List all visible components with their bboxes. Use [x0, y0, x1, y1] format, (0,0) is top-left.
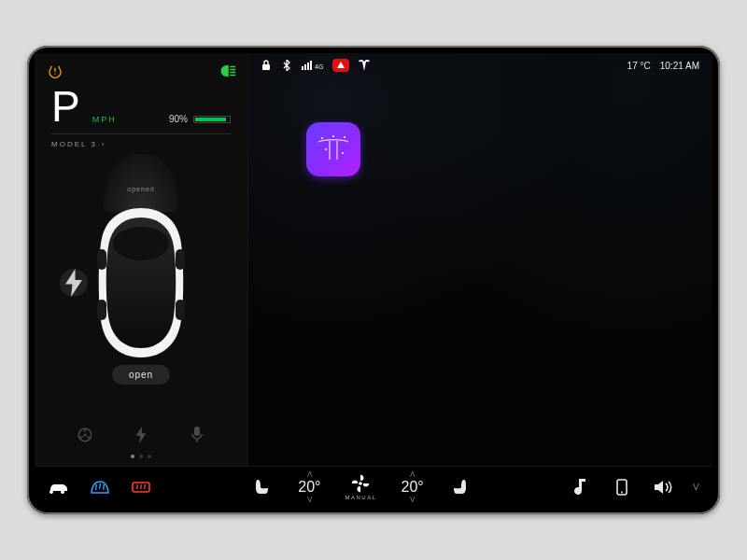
- defrost-rear-icon[interactable]: [130, 476, 152, 498]
- bottom-dock: ᐱ 20° ᐯ MANUAL ᐱ 20° ᐯ: [35, 466, 712, 507]
- svg-point-15: [344, 136, 345, 137]
- app-launcher-tile[interactable]: [306, 122, 360, 176]
- music-icon[interactable]: [570, 476, 592, 498]
- map-background[interactable]: [248, 53, 712, 466]
- model-label: MODEL 3: [51, 140, 97, 148]
- charge-port-button[interactable]: [60, 269, 88, 297]
- defrost-front-icon[interactable]: [89, 476, 111, 498]
- svg-point-20: [359, 482, 363, 485]
- chevron-right-icon: ›: [102, 140, 106, 148]
- fan-icon: [350, 473, 371, 494]
- fan-control[interactable]: MANUAL: [345, 473, 376, 500]
- svg-point-12: [84, 434, 87, 437]
- charging-icon[interactable]: [129, 423, 153, 447]
- chevron-down-icon[interactable]: ᐯ: [307, 496, 312, 504]
- tesla-logo-icon[interactable]: [359, 60, 370, 71]
- svg-point-22: [621, 491, 623, 493]
- svg-point-16: [325, 148, 326, 149]
- model-selector[interactable]: MODEL 3 ›: [51, 133, 231, 148]
- svg-point-18: [332, 135, 333, 136]
- tire-pressure-warning-icon: [48, 63, 63, 78]
- fan-mode-label: MANUAL: [345, 495, 376, 500]
- speed-unit-label: MPH: [92, 115, 117, 124]
- outside-temperature: 17 °C: [627, 61, 651, 71]
- chevron-down-icon[interactable]: ᐯ: [693, 482, 699, 492]
- phone-icon[interactable]: [611, 476, 633, 498]
- vehicle-touchscreen: 4G 17 °C 10:21 AM P MPH 90%: [27, 46, 720, 514]
- lock-icon[interactable]: [261, 60, 272, 71]
- chevron-down-icon[interactable]: ᐯ: [410, 496, 415, 504]
- svg-rect-7: [97, 249, 106, 270]
- top-left-indicator-strip: [48, 61, 236, 81]
- main-content-area[interactable]: [247, 53, 712, 466]
- gear-indicator: P: [51, 85, 79, 128]
- svg-rect-10: [176, 300, 185, 320]
- svg-rect-13: [194, 427, 200, 436]
- headlights-icon: [219, 64, 236, 77]
- chevron-up-icon[interactable]: ᐱ: [307, 470, 312, 479]
- volume-icon[interactable]: [652, 476, 674, 498]
- svg-point-17: [342, 152, 343, 153]
- seat-heater-left-icon[interactable]: [251, 476, 274, 498]
- car-body-graphic[interactable]: [92, 206, 190, 359]
- svg-point-0: [54, 73, 55, 74]
- svg-rect-9: [97, 300, 106, 320]
- hood-status-label: opened: [104, 186, 178, 192]
- car-controls-icon[interactable]: [48, 476, 70, 498]
- svg-point-14: [321, 137, 322, 138]
- temp-right-value: 20°: [402, 479, 424, 496]
- svg-rect-8: [176, 249, 185, 270]
- cellular-signal-icon: 4G: [302, 61, 323, 70]
- svg-point-6: [113, 227, 169, 260]
- vehicle-status-panel: P MPH 90% MODEL 3 › opened: [35, 53, 247, 466]
- temp-left[interactable]: ᐱ 20° ᐯ: [298, 470, 320, 504]
- quick-controls-row: [51, 415, 231, 447]
- temp-left-value: 20°: [298, 479, 320, 496]
- hood-graphic[interactable]: opened: [104, 154, 178, 212]
- svg-rect-5: [262, 64, 270, 70]
- status-bar: 4G 17 °C 10:21 AM: [247, 53, 712, 77]
- wheel-icon[interactable]: [73, 423, 97, 447]
- screen: 4G 17 °C 10:21 AM P MPH 90%: [35, 53, 712, 507]
- clock: 10:21 AM: [660, 61, 699, 71]
- pager-dots[interactable]: [51, 447, 231, 458]
- trunk-open-button[interactable]: open: [112, 365, 170, 385]
- car-overview: opened: [51, 148, 231, 415]
- chevron-up-icon[interactable]: ᐱ: [410, 470, 415, 479]
- temp-right[interactable]: ᐱ 20° ᐯ: [402, 470, 424, 504]
- signal-label: 4G: [315, 63, 323, 70]
- battery-percentage: 90%: [169, 114, 188, 124]
- alert-notification-icon[interactable]: [332, 59, 349, 72]
- bluetooth-icon[interactable]: [281, 60, 292, 71]
- main-row: P MPH 90% MODEL 3 › opened: [35, 53, 712, 466]
- battery-bar: [193, 116, 231, 123]
- microphone-icon[interactable]: [185, 423, 209, 447]
- seat-heater-right-icon[interactable]: [448, 476, 471, 498]
